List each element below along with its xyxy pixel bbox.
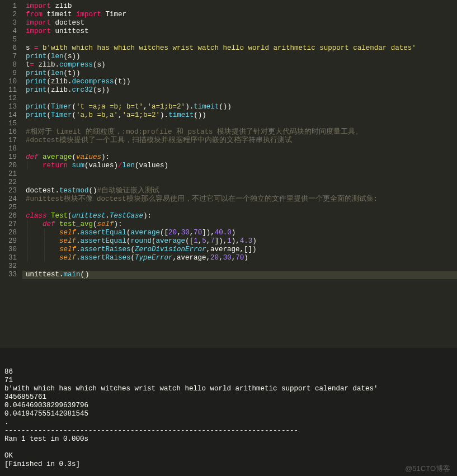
code-line[interactable]: #unittest模块不像 doctest模块那么容易使用，不过它可以在一个独立…	[22, 195, 457, 204]
line-number-gutter: 1234567891011121314151617181920212223242…	[0, 0, 22, 348]
line-number: 5	[3, 36, 17, 44]
line-number: 3	[3, 19, 17, 27]
code-line[interactable]: │ │ self.assertRaises(ZeroDivisionError,…	[22, 246, 457, 254]
line-number: 15	[3, 120, 17, 128]
code-line[interactable]: s = b'with which has which witches wrist…	[22, 44, 457, 53]
line-number: 19	[3, 153, 17, 162]
code-line[interactable]: doctest.testmod()#自动验证嵌入测试	[22, 187, 457, 195]
code-line[interactable]: print(len(s))	[22, 53, 457, 61]
code-line[interactable]: def average(values):	[22, 153, 457, 162]
code-line[interactable]: │ │ self.assertEqual(round(average([1,5,…	[22, 237, 457, 246]
code-line[interactable]	[22, 170, 457, 178]
code-line[interactable]: from timeit import Timer	[22, 11, 457, 19]
code-area[interactable]: import zlibfrom timeit import Timerimpor…	[22, 0, 457, 348]
line-number: 7	[3, 53, 17, 61]
code-line[interactable]: │ return sum(values)/len(values)	[22, 162, 457, 170]
code-line[interactable]	[22, 178, 457, 187]
line-number: 2	[3, 11, 17, 19]
output-panel: 86 71 b'with which has which witches wri…	[0, 348, 457, 476]
code-line[interactable]: print(zlib.decompress(t))	[22, 78, 457, 86]
line-number: 23	[3, 187, 17, 195]
line-number: 22	[3, 178, 17, 187]
line-number: 13	[3, 103, 17, 111]
line-number: 18	[3, 145, 17, 153]
code-line[interactable]: class Test(unittest.TestCase):	[22, 212, 457, 220]
code-line[interactable]: #相对于 timeit 的细粒度，:mod:profile 和 pstats 模…	[22, 128, 457, 136]
line-number: 11	[3, 86, 17, 95]
code-line[interactable]: │ │ self.assertRaises(TypeError,average,…	[22, 254, 457, 262]
code-line[interactable]: import zlib	[22, 2, 457, 11]
line-number: 24	[3, 195, 17, 204]
code-line[interactable]: print(zlib.crc32(s))	[22, 86, 457, 95]
line-number: 14	[3, 111, 17, 120]
line-number: 20	[3, 162, 17, 170]
line-number: 28	[3, 229, 17, 237]
code-line[interactable]: #doctest模块提供了一个工具，扫描模块并根据程序中内嵌的文档字符串执行测试	[22, 136, 457, 145]
code-line[interactable]	[22, 262, 457, 271]
line-number: 4	[3, 27, 17, 36]
code-line[interactable]: print(len(t))	[22, 69, 457, 78]
code-line[interactable]: t= zlib.compress(s)	[22, 61, 457, 69]
line-number: 8	[3, 61, 17, 69]
watermark: @51CTO博客	[405, 464, 450, 473]
line-number: 1	[3, 2, 17, 11]
line-number: 27	[3, 220, 17, 229]
code-line[interactable]: print(Timer('t =a;a =b; b=t','a=1;b=2').…	[22, 103, 457, 111]
line-number: 30	[3, 246, 17, 254]
code-line[interactable]	[22, 36, 457, 44]
code-line[interactable]	[22, 120, 457, 128]
line-number: 26	[3, 212, 17, 220]
line-number: 31	[3, 254, 17, 262]
code-editor[interactable]: 1234567891011121314151617181920212223242…	[0, 0, 457, 348]
code-line[interactable]: import doctest	[22, 19, 457, 27]
code-line[interactable]: │ def test_avg(self):	[22, 220, 457, 229]
code-line[interactable]: import unittest	[22, 27, 457, 36]
line-number: 29	[3, 237, 17, 246]
line-number: 21	[3, 170, 17, 178]
code-line[interactable]: │ │ self.assertEqual(average([20,30,70])…	[22, 229, 457, 237]
line-number: 25	[3, 204, 17, 212]
output-text: 86 71 b'with which has which witches wri…	[4, 368, 453, 469]
line-number: 12	[3, 95, 17, 103]
line-number: 33	[3, 271, 17, 279]
line-number: 6	[3, 44, 17, 53]
line-number: 10	[3, 78, 17, 86]
line-number: 17	[3, 136, 17, 145]
code-line[interactable]	[22, 145, 457, 153]
code-line[interactable]: print(Timer('a,b =b,a','a=1;b=2').timeit…	[22, 111, 457, 120]
line-number: 16	[3, 128, 17, 136]
code-line[interactable]	[22, 95, 457, 103]
line-number: 32	[3, 262, 17, 271]
code-line[interactable]: unittest.main()	[22, 271, 457, 279]
code-line[interactable]	[22, 204, 457, 212]
line-number: 9	[3, 69, 17, 78]
